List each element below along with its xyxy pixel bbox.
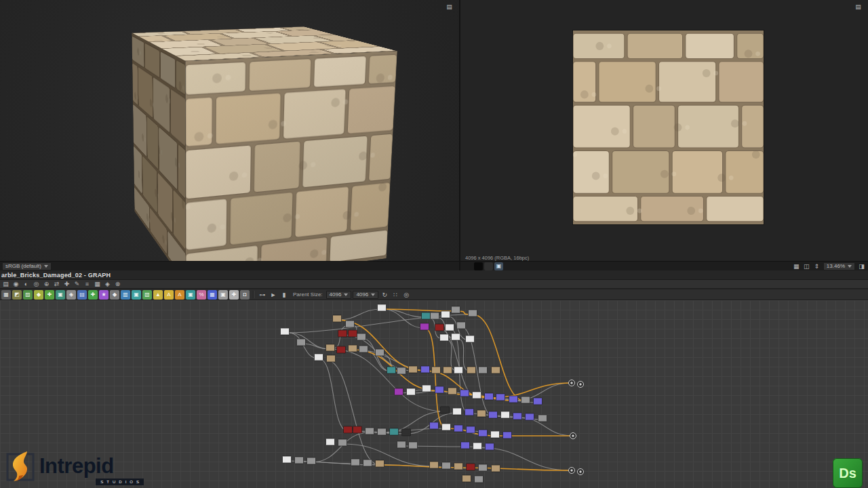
view-options-icon[interactable]: ◨ [857, 262, 866, 270]
colorspace-dropdown[interactable]: sRGB (default) [2, 262, 52, 270]
graph-node[interactable] [422, 312, 431, 319]
viewport3d-menu-icon[interactable]: ▤ [445, 3, 454, 11]
graph-node[interactable] [432, 367, 441, 373]
graph-node[interactable] [466, 336, 475, 342]
atomic-node-icon-9[interactable]: ✚ [88, 290, 98, 300]
graph-node[interactable] [509, 396, 518, 403]
graph-node[interactable] [337, 346, 346, 353]
viewport2d-menu-icon[interactable]: ▤ [854, 3, 863, 11]
atomic-node-icon-2[interactable]: ◩ [12, 290, 22, 300]
graph-node[interactable] [297, 339, 306, 346]
list-icon[interactable]: ≡ [83, 280, 92, 288]
graph-node[interactable] [501, 411, 510, 418]
graph-node[interactable] [462, 475, 471, 482]
atomic-node-icon-18[interactable]: ▣ [186, 290, 195, 300]
graph-node[interactable] [407, 388, 416, 395]
graph-node[interactable] [326, 344, 335, 351]
graph-node[interactable] [469, 310, 477, 317]
graph-node[interactable] [435, 324, 444, 331]
channels-icon[interactable] [462, 262, 473, 271]
atomic-node-icon-15[interactable]: ▲ [153, 290, 163, 300]
graph-tab-title[interactable]: arble_Bricks_Damaged_02 - GRAPH [0, 272, 111, 279]
atomic-node-icon-23[interactable]: ◘ [240, 290, 250, 300]
pin-icon[interactable]: ▮ [279, 290, 289, 300]
graph-node[interactable] [473, 443, 482, 449]
graph-node[interactable] [387, 367, 396, 373]
graph-node[interactable] [486, 443, 494, 450]
atomic-node-icon-11[interactable]: ◆ [110, 290, 119, 300]
atomic-node-icon-5[interactable]: ✚ [45, 290, 54, 300]
graph-node[interactable] [442, 462, 451, 469]
graph-node[interactable] [327, 355, 336, 362]
graph-node[interactable] [351, 459, 360, 466]
grid-toggle-icon[interactable]: ▦ [792, 262, 801, 270]
graph-node[interactable] [376, 460, 384, 467]
graph-node[interactable] [395, 388, 403, 395]
graph-node[interactable] [349, 330, 357, 337]
graph-node[interactable] [467, 464, 475, 470]
graph-node[interactable] [475, 476, 484, 483]
graph-node[interactable] [430, 422, 439, 429]
graph-node[interactable] [454, 463, 463, 470]
graph-node[interactable] [513, 413, 522, 420]
search-icon[interactable]: ⊕ [42, 280, 51, 288]
atomic-node-icon-6[interactable]: ▣ [56, 290, 65, 300]
graph-node[interactable] [346, 321, 355, 327]
graph-node[interactable] [534, 398, 542, 405]
plug-icon[interactable]: ⊶ [258, 290, 267, 300]
graph-node[interactable] [397, 367, 406, 374]
atomic-node-icon-8[interactable]: ▤ [77, 290, 87, 300]
atomic-node-icon-20[interactable]: ▦ [208, 290, 217, 300]
graph-node[interactable] [443, 367, 452, 373]
image-view-button[interactable]: ▣ [494, 262, 503, 270]
graph-node[interactable] [338, 330, 347, 337]
graph-node[interactable] [397, 441, 406, 448]
camera-icon[interactable]: ◉ [12, 280, 20, 288]
eye-icon[interactable]: ◎ [32, 280, 41, 288]
graph-node[interactable] [376, 349, 384, 356]
graph-node[interactable] [467, 367, 476, 373]
graph-node[interactable] [366, 428, 374, 434]
graph-node[interactable] [409, 442, 418, 449]
graph-node[interactable] [479, 464, 488, 471]
atomic-node-icon-13[interactable]: ▣ [132, 290, 141, 300]
graph-node[interactable] [307, 458, 316, 464]
graph-node[interactable] [479, 367, 488, 373]
graph-node[interactable] [492, 465, 500, 472]
text-node-icon[interactable]: A [164, 290, 174, 300]
diamond-icon[interactable]: ◈ [103, 280, 112, 288]
graph-node[interactable] [473, 392, 481, 399]
graph-node[interactable] [446, 324, 454, 331]
graph-node[interactable] [378, 428, 387, 435]
atomic-node-icon-21[interactable]: ▣ [218, 290, 228, 300]
size-dropdown[interactable]: 4096 [353, 291, 378, 299]
atomic-node-icon-14[interactable]: ▧ [142, 290, 152, 300]
background-swatch[interactable] [484, 262, 493, 270]
graph-node[interactable] [338, 439, 347, 446]
graph-node[interactable] [453, 408, 462, 415]
zoom-dropdown[interactable]: 13.46% [823, 262, 855, 270]
graph-node[interactable] [357, 333, 366, 340]
graph-node[interactable] [390, 428, 399, 435]
graph-node[interactable] [479, 430, 488, 436]
viewport-3d[interactable]: ▤ sRGB (default) [0, 0, 459, 270]
graph-node[interactable] [460, 390, 469, 396]
graph-node[interactable] [333, 315, 342, 322]
locate-icon[interactable]: ◎ [401, 290, 411, 300]
parent-size-dropdown[interactable]: 4096 [326, 291, 352, 299]
graph-node[interactable] [315, 354, 323, 361]
viewport-2d[interactable]: 4096 x 4096 (RGBA, 16bpc) ▤ ▣ ▦◫⇕ 13.46%… [460, 0, 868, 270]
graph-node[interactable] [461, 442, 470, 449]
graph-node[interactable] [402, 429, 411, 436]
graph-node[interactable] [283, 456, 292, 463]
graph-node[interactable] [430, 462, 439, 468]
disconnect-icon[interactable]: ⊗ [113, 280, 122, 288]
dots-icon[interactable]: ∷ [391, 290, 400, 300]
text-node-icon-2[interactable]: A [175, 290, 184, 300]
pencil-icon[interactable]: ✎ [73, 280, 81, 288]
graph-node[interactable] [409, 366, 418, 373]
tiling-icon[interactable]: ◫ [802, 262, 811, 270]
graph-node[interactable] [349, 345, 357, 352]
graph-node[interactable] [435, 386, 444, 393]
graph-node[interactable] [442, 424, 451, 430]
